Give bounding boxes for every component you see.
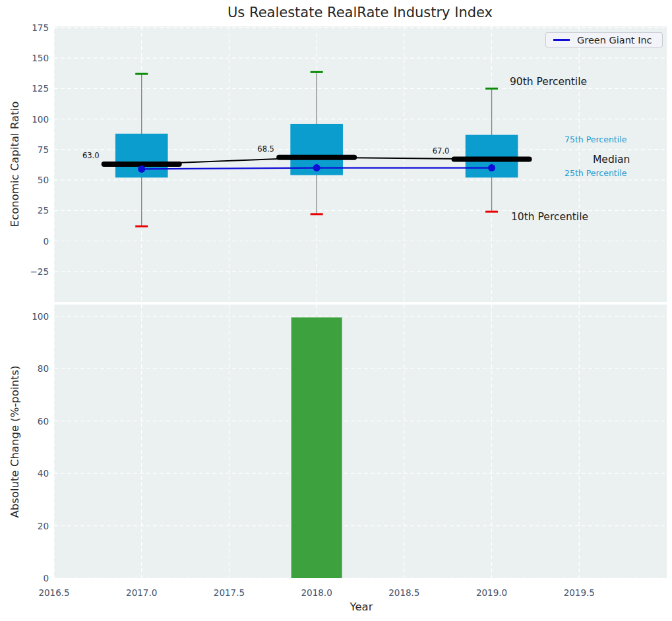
median-value-label: 67.0 [433,146,450,156]
change-bar [291,317,342,578]
y-tick-label: 0 [43,573,49,583]
y-tick-label: 60 [38,416,49,427]
legend-label: Green Giant Inc [577,35,652,45]
y-tick-label: 40 [38,468,49,479]
x-tick-label: 2017.5 [214,587,245,598]
y-tick-label: −25 [30,266,49,277]
y-tick-label: 0 [43,236,49,247]
y-axis-label-bottom: Absolute Change (%-points) [9,366,21,518]
y-tick-label: 150 [32,53,49,63]
chart-title: Us Realestate RealRate Industry Index [228,5,493,20]
x-tick-label: 2018.5 [388,587,419,598]
y-tick-label: 25 [38,205,49,216]
y-tick-label: 80 [38,363,49,374]
y-tick-label: 100 [32,114,49,125]
annotation-75th-percentile: 75th Percentile [565,134,626,144]
y-axis-label-top: Economic Capital Ratio [9,102,21,227]
y-tick-label: 75 [38,144,49,155]
annotation-90th-percentile: 90th Percentile [510,76,587,88]
x-tick-label: 2019.5 [564,587,595,598]
y-tick-label: 20 [38,521,49,531]
y-tick-label: 50 [38,175,49,185]
x-tick-label: 2019.0 [476,587,507,598]
y-tick-label: 100 [32,311,49,322]
x-tick-label: 2017.0 [126,587,157,598]
annotation-median: Median [593,154,630,165]
annotation-10th-percentile: 10th Percentile [511,211,588,223]
company-marker [488,164,495,171]
y-tick-label: 125 [32,83,49,94]
industry-index-plot [54,26,667,302]
legend: Green Giant Inc [545,32,663,47]
x-axis-label: Year [350,601,373,613]
company-marker [313,164,321,171]
legend-line-sample [553,39,570,41]
company-marker [138,165,145,173]
annotation-25th-percentile: 25th Percentile [565,168,626,178]
y-tick-label: 175 [32,22,49,33]
figure: Us Realestate RealRate Industry Index Ec… [0,0,672,621]
absolute-change-plot [54,305,667,578]
median-value-label: 63.0 [82,151,100,160]
median-value-label: 68.5 [257,144,274,154]
x-tick-label: 2018.0 [301,587,332,598]
x-tick-label: 2016.5 [38,587,69,598]
